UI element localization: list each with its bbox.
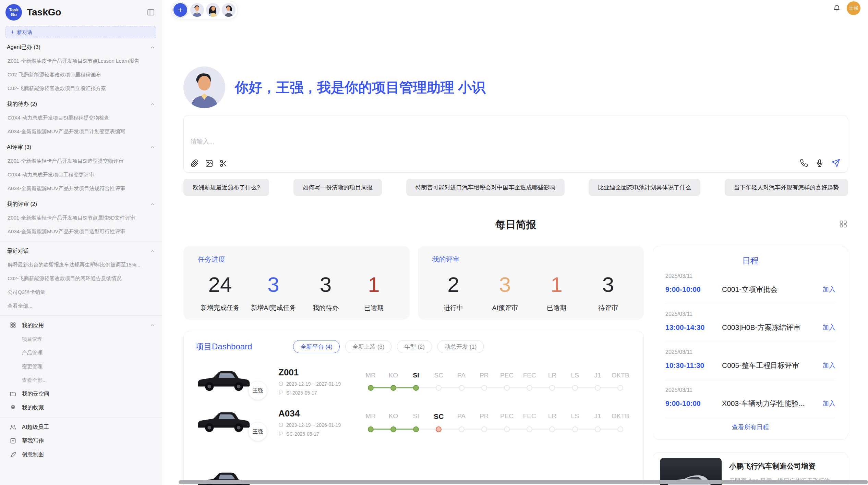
agent-avatar-2[interactable] bbox=[206, 3, 220, 17]
join-link[interactable]: 加入 bbox=[822, 323, 835, 332]
list-item[interactable]: 解释最新出台的欧盟报废车法规再生塑料比例被调至15%... bbox=[0, 258, 162, 272]
agent-avatar-1[interactable] bbox=[190, 3, 204, 17]
send-icon[interactable] bbox=[831, 159, 840, 167]
milestone-dot bbox=[504, 385, 510, 391]
chevron-up-icon[interactable] bbox=[150, 145, 155, 150]
filter-chip[interactable]: 年型 (2) bbox=[397, 340, 432, 353]
stat-value: 1 bbox=[355, 272, 393, 297]
view-all-schedule-link[interactable]: 查看所有日程 bbox=[665, 418, 835, 435]
suggestion-chip[interactable]: 当下年轻人对汽车外观有怎样的喜好趋势 bbox=[725, 179, 848, 196]
sidebar-item-label: 帮我写作 bbox=[22, 437, 44, 445]
list-item[interactable]: Z001-全新燃油轻卡产品开发项目SI造型提交物评审 bbox=[0, 154, 162, 168]
section-my-review[interactable]: 我的评审 (2) bbox=[0, 197, 162, 211]
sidebar-item-change-mgmt[interactable]: 变更管理 bbox=[0, 360, 162, 373]
list-item[interactable]: C0X4-动力总成开发项目SI里程碑提交物检查 bbox=[0, 111, 162, 125]
attachment-icon[interactable] bbox=[191, 159, 199, 167]
chevron-up-icon[interactable] bbox=[150, 202, 155, 207]
list-item[interactable]: C02-飞腾新能源轻客改款项目里程碑画布 bbox=[0, 68, 162, 82]
section-agent-done[interactable]: Agent已办 (3) bbox=[0, 40, 162, 54]
section-my-apps[interactable]: 我的应用 bbox=[0, 319, 162, 332]
sidebar-item-help-write[interactable]: 帮我写作 bbox=[0, 434, 162, 448]
list-item[interactable]: C0X4-动力总成开发项目工程变更评审 bbox=[0, 168, 162, 182]
project-code: A034 bbox=[278, 408, 359, 419]
join-link[interactable]: 加入 bbox=[822, 361, 835, 370]
user-avatar[interactable]: 王强 bbox=[847, 1, 860, 15]
join-link[interactable]: 加入 bbox=[822, 399, 835, 408]
stat-review-overdue: 1 已逾期 bbox=[538, 272, 575, 312]
list-item[interactable]: A034-全新新能源MUV产品开发项目造型可行性评审 bbox=[0, 225, 162, 238]
suggestion-chip[interactable]: 特朗普可能对进口汽车增税会对中国车企造成哪些影响 bbox=[406, 179, 565, 196]
project-dates: 2023-12-19 ~ 2027-01-19 bbox=[286, 381, 341, 387]
apps-grid-icon bbox=[10, 322, 17, 329]
stat-in-progress: 2 进行中 bbox=[435, 272, 472, 312]
milestone-dot bbox=[481, 385, 487, 391]
new-chat-button[interactable]: + 新对话 bbox=[5, 26, 156, 38]
section-recent-chats[interactable]: 最近对话 bbox=[0, 244, 162, 258]
apps-view-all[interactable]: 查看全部... bbox=[0, 373, 162, 387]
chevron-up-icon[interactable] bbox=[150, 102, 155, 107]
join-link[interactable]: 加入 bbox=[822, 285, 835, 294]
flag-icon bbox=[278, 431, 284, 436]
filter-chip[interactable]: 动总开发 (1) bbox=[437, 340, 484, 353]
project-flag-date: SI-2025-05-17 bbox=[286, 390, 317, 396]
milestone-label: MR bbox=[359, 412, 382, 421]
composer-card bbox=[183, 115, 848, 173]
milestone-dot bbox=[595, 426, 601, 432]
scissors-icon[interactable] bbox=[219, 159, 228, 167]
filter-chip[interactable]: 全新上装 (3) bbox=[345, 340, 392, 353]
stat-label: 我的待办 bbox=[307, 303, 344, 312]
dashboard-header: 项目Dashboard 全新平台 (4) 全新上装 (3) 年型 (2) 动总开… bbox=[195, 340, 632, 353]
filter-chip[interactable]: 全新平台 (4) bbox=[293, 340, 340, 353]
milestone-label: PEC bbox=[495, 412, 518, 421]
milestone-label: PR bbox=[473, 372, 495, 379]
chevron-up-icon[interactable] bbox=[150, 249, 155, 253]
section-title: Agent已办 (3) bbox=[7, 44, 40, 51]
sidebar-item-creative-draw[interactable]: 创意制图 bbox=[0, 448, 162, 461]
milestone-dot bbox=[459, 385, 465, 391]
greeting-text: 你好，王强，我是你的项目管理助理 小识 bbox=[235, 78, 485, 97]
clock-icon bbox=[278, 381, 284, 386]
add-agent-button[interactable] bbox=[173, 3, 187, 17]
suggestion-chip[interactable]: 比亚迪全固态电池计划具体说了什么 bbox=[589, 179, 700, 196]
list-item[interactable]: C02-飞腾新能源轻客改款项目的闭环通告反馈情况 bbox=[0, 272, 162, 285]
project-image: 王强 bbox=[195, 410, 254, 435]
milestone-dot-done bbox=[390, 426, 396, 432]
section-my-todo[interactable]: 我的待办 (2) bbox=[0, 97, 162, 111]
schedule-time: 9:00-10:00 bbox=[665, 285, 722, 294]
section-ai-review[interactable]: AI评审 (3) bbox=[0, 140, 162, 154]
sidebar-item-product-mgmt[interactable]: 产品管理 bbox=[0, 346, 162, 360]
list-item[interactable]: A034-全新新能源MUV产品开发项目计划变更表编写 bbox=[0, 125, 162, 138]
sidebar-item-project-mgmt[interactable]: 项目管理 bbox=[0, 332, 162, 346]
image-icon[interactable] bbox=[205, 159, 213, 167]
chevron-up-icon[interactable] bbox=[150, 45, 155, 50]
sidebar-item-label: 我的云空间 bbox=[22, 390, 49, 398]
sidebar-item-cloud-space[interactable]: 我的云空间 bbox=[0, 387, 162, 401]
agent-avatar-3[interactable] bbox=[222, 3, 236, 17]
phone-call-icon[interactable] bbox=[800, 159, 808, 167]
list-item[interactable]: Z001-全新燃油轻卡产品开发项目SI节点属性5D文件评审 bbox=[0, 211, 162, 225]
layout-grid-icon[interactable] bbox=[839, 220, 847, 228]
chevron-up-icon[interactable] bbox=[150, 323, 155, 328]
project-row[interactable]: 王强 A034 2023-12-19 ~ 2026-01-19 bbox=[195, 402, 632, 443]
logo-line1: Task bbox=[9, 8, 19, 12]
notification-bell-icon[interactable] bbox=[833, 4, 841, 12]
list-item[interactable]: 公司Q3轻卡销量 bbox=[0, 285, 162, 299]
list-item[interactable]: Z001-全新燃油皮卡产品开发项目SI节点Lesson Learn报告 bbox=[0, 54, 162, 68]
my-review-card: 我的评审 2 进行中 3 AI预评审 1 bbox=[418, 246, 644, 320]
horizontal-scrollbar[interactable] bbox=[179, 480, 868, 484]
milestone-dot-current bbox=[436, 426, 442, 432]
clock-icon bbox=[278, 422, 284, 427]
sidebar-collapse-icon[interactable] bbox=[147, 8, 155, 16]
section-title: 我的应用 bbox=[22, 322, 44, 329]
suggestion-chip[interactable]: 欧洲新规最近颁布了什么? bbox=[183, 179, 269, 196]
recent-view-all[interactable]: 查看全部... bbox=[0, 299, 162, 313]
project-row[interactable]: 王强 Z001 2023-12-19 ~ 2027-01-19 bbox=[195, 361, 632, 402]
sidebar-item-ai-staff[interactable]: AI超级员工 bbox=[0, 420, 162, 434]
list-item[interactable]: C02-飞腾新能源轻客改款项目立项汇报方案 bbox=[0, 82, 162, 95]
sidebar-item-favorites[interactable]: 我的收藏 bbox=[0, 401, 162, 414]
suggestion-chip[interactable]: 如何写一份清晰的项目周报 bbox=[293, 179, 382, 196]
microphone-icon[interactable] bbox=[816, 159, 824, 167]
chat-input[interactable] bbox=[191, 137, 841, 152]
list-item[interactable]: A034-全新新能源MUV产品开发项目法规符合性评审 bbox=[0, 182, 162, 195]
divider bbox=[0, 417, 162, 418]
